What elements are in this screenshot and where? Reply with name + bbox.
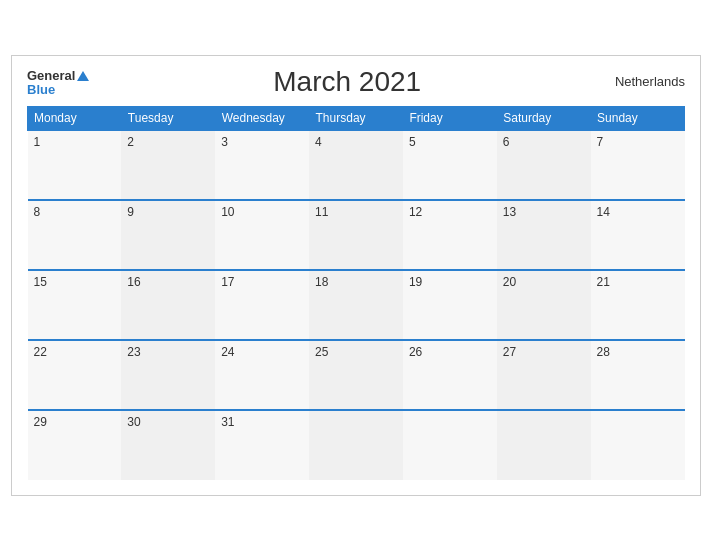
day-cell: 6 <box>497 130 591 200</box>
week-row-4: 22232425262728 <box>28 340 685 410</box>
day-number: 29 <box>34 415 47 429</box>
header-thursday: Thursday <box>309 106 403 130</box>
calendar-header: General Blue March 2021 Netherlands <box>27 66 685 98</box>
calendar-country: Netherlands <box>605 74 685 89</box>
day-number: 4 <box>315 135 322 149</box>
day-number: 26 <box>409 345 422 359</box>
day-cell: 10 <box>215 200 309 270</box>
header-saturday: Saturday <box>497 106 591 130</box>
day-cell: 27 <box>497 340 591 410</box>
day-cell: 20 <box>497 270 591 340</box>
day-cell: 15 <box>28 270 122 340</box>
day-cell: 25 <box>309 340 403 410</box>
day-number: 13 <box>503 205 516 219</box>
day-number: 8 <box>34 205 41 219</box>
day-cell: 24 <box>215 340 309 410</box>
day-number: 15 <box>34 275 47 289</box>
day-cell: 26 <box>403 340 497 410</box>
day-number: 19 <box>409 275 422 289</box>
header-wednesday: Wednesday <box>215 106 309 130</box>
header-sunday: Sunday <box>591 106 685 130</box>
day-number: 16 <box>127 275 140 289</box>
day-cell <box>497 410 591 480</box>
week-row-3: 15161718192021 <box>28 270 685 340</box>
day-cell: 30 <box>121 410 215 480</box>
logo-general: General <box>27 67 89 83</box>
header-friday: Friday <box>403 106 497 130</box>
day-cell: 31 <box>215 410 309 480</box>
day-cell: 13 <box>497 200 591 270</box>
header-monday: Monday <box>28 106 122 130</box>
week-row-5: 293031 <box>28 410 685 480</box>
day-cell: 1 <box>28 130 122 200</box>
day-cell <box>309 410 403 480</box>
day-cell: 28 <box>591 340 685 410</box>
day-number: 12 <box>409 205 422 219</box>
day-number: 7 <box>597 135 604 149</box>
day-cell: 3 <box>215 130 309 200</box>
day-cell: 11 <box>309 200 403 270</box>
week-row-1: 1234567 <box>28 130 685 200</box>
day-number: 20 <box>503 275 516 289</box>
day-number: 28 <box>597 345 610 359</box>
day-number: 14 <box>597 205 610 219</box>
calendar-title: March 2021 <box>89 66 605 98</box>
week-row-2: 891011121314 <box>28 200 685 270</box>
day-number: 30 <box>127 415 140 429</box>
day-number: 22 <box>34 345 47 359</box>
day-number: 27 <box>503 345 516 359</box>
day-number: 5 <box>409 135 416 149</box>
day-cell: 8 <box>28 200 122 270</box>
day-number: 10 <box>221 205 234 219</box>
day-number: 2 <box>127 135 134 149</box>
day-number: 3 <box>221 135 228 149</box>
day-cell: 4 <box>309 130 403 200</box>
day-number: 11 <box>315 205 328 219</box>
day-cell: 16 <box>121 270 215 340</box>
logo-area: General Blue <box>27 67 89 96</box>
day-number: 23 <box>127 345 140 359</box>
calendar-grid: Monday Tuesday Wednesday Thursday Friday… <box>27 106 685 480</box>
day-cell: 5 <box>403 130 497 200</box>
day-cell: 21 <box>591 270 685 340</box>
logo-blue: Blue <box>27 83 55 96</box>
day-number: 24 <box>221 345 234 359</box>
day-cell: 18 <box>309 270 403 340</box>
day-cell: 22 <box>28 340 122 410</box>
day-cell <box>591 410 685 480</box>
day-cell: 7 <box>591 130 685 200</box>
day-cell: 14 <box>591 200 685 270</box>
logo-triangle-icon <box>77 71 89 81</box>
day-cell: 29 <box>28 410 122 480</box>
day-number: 18 <box>315 275 328 289</box>
header-tuesday: Tuesday <box>121 106 215 130</box>
day-number: 21 <box>597 275 610 289</box>
day-number: 6 <box>503 135 510 149</box>
day-cell: 9 <box>121 200 215 270</box>
calendar-container: General Blue March 2021 Netherlands Mond… <box>11 55 701 496</box>
day-cell: 23 <box>121 340 215 410</box>
day-cell <box>403 410 497 480</box>
days-header-row: Monday Tuesday Wednesday Thursday Friday… <box>28 106 685 130</box>
day-cell: 17 <box>215 270 309 340</box>
day-number: 31 <box>221 415 234 429</box>
day-cell: 19 <box>403 270 497 340</box>
day-cell: 12 <box>403 200 497 270</box>
day-number: 9 <box>127 205 134 219</box>
day-number: 25 <box>315 345 328 359</box>
calendar-body: 1234567891011121314151617181920212223242… <box>28 130 685 480</box>
day-number: 17 <box>221 275 234 289</box>
day-cell: 2 <box>121 130 215 200</box>
day-number: 1 <box>34 135 41 149</box>
